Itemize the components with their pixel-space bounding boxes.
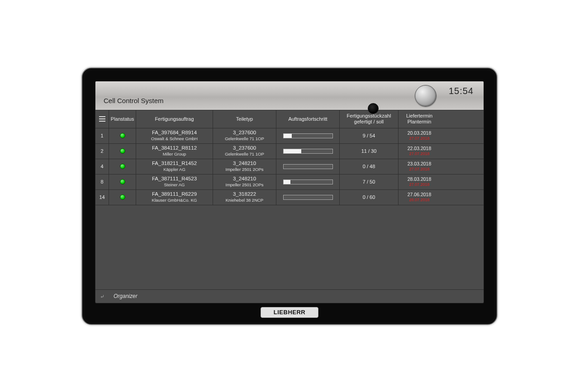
row-index: 4: [95, 159, 109, 174]
progress-cell: [276, 190, 340, 205]
plan-date: 27.07.2018: [409, 182, 429, 187]
status-cell: [109, 128, 136, 143]
order-cell: FA_387111_R4523Steiner AG: [136, 175, 213, 189]
status-dot-icon: [120, 148, 125, 154]
col-order[interactable]: Fertigungsauftrag: [136, 110, 213, 128]
col-qty-line1: Fertigungsstückzahl: [347, 113, 391, 119]
deliver-date: 22.03.2018: [408, 146, 432, 151]
footer-bar: ⤶ Organizer: [95, 289, 484, 303]
table-row[interactable]: 4FA_318211_R1452Käppler AG3_248210Impell…: [95, 159, 484, 175]
plan-date: 27.07.2018: [409, 136, 429, 141]
qty-cell: 7 / 50: [340, 175, 399, 189]
date-cell: 28.03.201827.07.2018: [399, 175, 440, 189]
deliver-date: 28.03.2018: [408, 176, 432, 182]
qty-cell: 0 / 60: [340, 190, 399, 205]
date-cell: 20.03.201827.07.2018: [399, 128, 440, 143]
status-cell: [109, 190, 136, 205]
screen: Cell Control System 15:54 Planstatus Fer…: [95, 81, 484, 303]
order-id: FA_318211_R1452: [152, 161, 197, 167]
part-cell: 3_248210Impeller 2501 2OPs: [213, 175, 276, 189]
progress-cell: [276, 159, 340, 174]
status-dot-icon: [120, 179, 125, 184]
footer-label[interactable]: Organizer: [114, 293, 138, 299]
brand-plate: LIEBHERR: [261, 307, 318, 318]
clock: 15:54: [449, 86, 474, 96]
customer-name: Steiner AG: [164, 182, 185, 187]
table-row[interactable]: 2FA_384112_R8112Miller Group3_237600Gele…: [95, 144, 484, 159]
status-dot-icon: [120, 133, 125, 138]
date-cell: 22.03.201827.07.2018: [399, 144, 440, 159]
table-row[interactable]: 8FA_387111_R4523Steiner AG3_248210Impell…: [95, 175, 484, 190]
order-id: FA_389111_R6229: [152, 191, 197, 198]
order-cell: FA_384112_R8112Miller Group: [136, 144, 213, 159]
app-title: Cell Control System: [104, 97, 164, 104]
status-dot-icon: [120, 194, 125, 200]
col-date-line2: Plantermin: [408, 119, 432, 125]
menu-button[interactable]: [95, 110, 109, 128]
progress-cell: [276, 128, 340, 143]
col-date[interactable]: Liefertermin Plantermin: [399, 110, 440, 128]
plan-date: 27.07.2018: [409, 151, 429, 156]
customer-name: Oswalt & Schnee GmbH: [151, 136, 198, 141]
part-desc: Impeller 2501 2OPs: [226, 182, 264, 187]
status-cell: [109, 159, 136, 174]
part-id: 3_248210: [233, 161, 256, 167]
part-id: 3_248210: [233, 176, 256, 182]
plan-date: 27.07.2018: [409, 167, 429, 172]
order-cell: FA_318211_R1452Käppler AG: [136, 159, 213, 174]
col-parttype[interactable]: Teiletyp: [213, 110, 276, 128]
date-cell: 27.06.201828.07.2018: [399, 190, 440, 205]
deliver-date: 23.03.2018: [408, 161, 432, 167]
qty-cell: 9 / 54: [340, 128, 399, 143]
camera-dot: [368, 103, 379, 114]
date-cell: 23.03.201827.07.2018: [399, 159, 440, 174]
order-id: FA_387111_R4523: [152, 176, 197, 182]
row-index: 14: [95, 190, 109, 205]
progress-bar: [283, 179, 333, 184]
col-qty-line2: gefertigt / soll: [354, 119, 384, 125]
part-desc: Impeller 2501 2OPs: [226, 167, 264, 172]
col-planstatus[interactable]: Planstatus: [109, 110, 136, 128]
order-grid: Planstatus Fertigungsauftrag Teiletyp Au…: [95, 110, 484, 303]
part-id: 3_237600: [233, 130, 256, 136]
progress-bar: [283, 164, 333, 169]
col-date-line1: Liefertermin: [406, 113, 432, 119]
part-cell: 3_248210Impeller 2501 2OPs: [213, 159, 276, 174]
deliver-date: 27.06.2018: [408, 192, 432, 198]
progress-bar: [283, 149, 333, 154]
part-id: 3_318222: [233, 191, 256, 198]
order-cell: FA_397684_R8914Oswalt & Schnee GmbH: [136, 128, 213, 143]
progress-cell: [276, 144, 340, 159]
status-dot-icon: [120, 164, 125, 169]
grid-empty-area: [95, 205, 484, 289]
part-id: 3_237600: [233, 145, 256, 151]
col-progress[interactable]: Auftragsfortschritt: [276, 110, 340, 128]
plan-date: 28.07.2018: [409, 198, 429, 203]
control-knob[interactable]: [415, 85, 437, 107]
col-qty[interactable]: Fertigungsstückzahl gefertigt / soll: [340, 110, 399, 128]
part-desc: Kniehebel 38 2NCP: [226, 198, 263, 203]
customer-name: Klauser GmbH&Co. KG: [152, 198, 197, 203]
progress-bar: [283, 195, 333, 200]
status-cell: [109, 144, 136, 159]
part-desc: Gelenkwelle 71 1OP: [225, 151, 264, 156]
customer-name: Miller Group: [163, 151, 186, 156]
part-cell: 3_237600Gelenkwelle 71 1OP: [213, 144, 276, 159]
back-icon[interactable]: ⤶: [100, 293, 107, 299]
row-index: 1: [95, 128, 109, 143]
header-bar: Cell Control System 15:54: [95, 81, 484, 110]
order-id: FA_397684_R8914: [152, 130, 197, 136]
order-id: FA_384112_R8112: [152, 145, 197, 151]
table-row[interactable]: 1FA_397684_R8914Oswalt & Schnee GmbH3_23…: [95, 128, 484, 144]
customer-name: Käppler AG: [163, 167, 185, 172]
qty-cell: 11 / 30: [340, 144, 399, 159]
part-cell: 3_318222Kniehebel 38 2NCP: [213, 190, 276, 205]
qty-cell: 0 / 48: [340, 159, 399, 174]
row-index: 2: [95, 144, 109, 159]
table-row[interactable]: 14FA_389111_R6229Klauser GmbH&Co. KG3_31…: [95, 190, 484, 205]
grid-header-row: Planstatus Fertigungsauftrag Teiletyp Au…: [95, 110, 484, 128]
deliver-date: 20.03.2018: [408, 130, 432, 136]
hamburger-icon: [99, 116, 105, 122]
progress-bar: [283, 133, 333, 138]
status-cell: [109, 175, 136, 189]
